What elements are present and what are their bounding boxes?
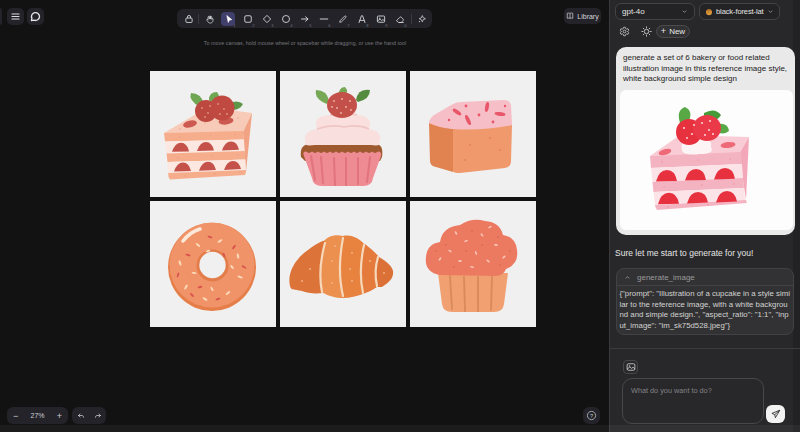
- svg-text:?: ?: [590, 413, 593, 419]
